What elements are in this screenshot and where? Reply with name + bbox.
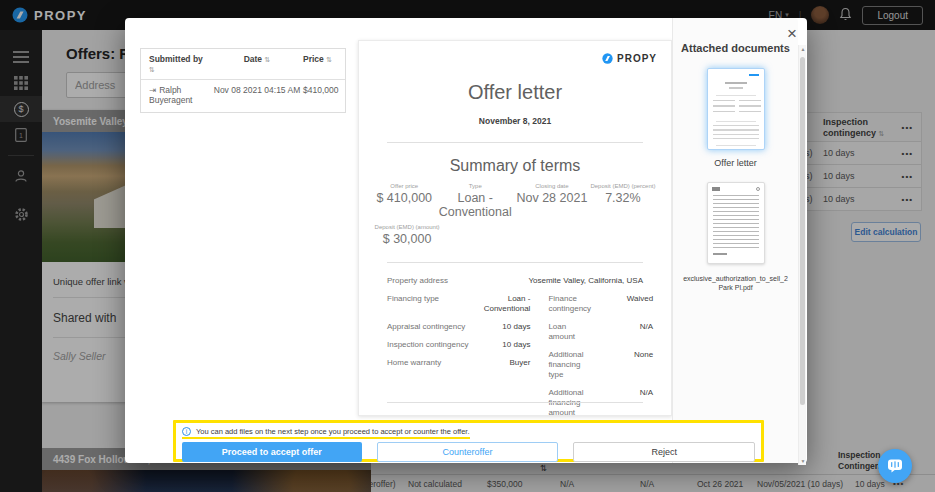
summary-label: Deposit (EMD) (amount) (373, 224, 441, 230)
thumb-divider (716, 145, 756, 146)
action-buttons: Proceed to accept offer Counteroffer Rej… (182, 442, 755, 462)
chat-icon (887, 458, 903, 474)
summary-label: Type (435, 183, 515, 189)
info-row: i You can add files on the next step onc… (182, 425, 755, 437)
scroll-up-icon[interactable]: ▲ (799, 46, 807, 52)
attached-doc-thumbnail-offer-letter[interactable] (707, 68, 765, 150)
detail-value: Loan - Conventional (474, 294, 530, 314)
attached-doc-label: Offer letter (673, 158, 798, 168)
price-cell: $410,000 (303, 85, 339, 105)
sort-icon: ⇅ (264, 56, 270, 63)
submitted-by-icon: ⇥ (149, 85, 156, 95)
doc-title: Offer letter (359, 81, 671, 104)
sort-icon: ⇅ (149, 66, 155, 73)
thumb-line (729, 87, 743, 89)
detail-value: 10 days (474, 322, 530, 332)
doc-divider (387, 402, 643, 403)
submitted-offers-table: Submitted by ⇅ Date ⇅ Price ⇅ ⇥Ralph Buy… (140, 48, 346, 113)
summary-value: $ 410,000 (373, 191, 435, 205)
reject-button[interactable]: Reject (573, 442, 755, 462)
detail-label: Additional financing amount (548, 388, 591, 418)
summary-label: Deposit (EMD) (percent) (589, 183, 657, 189)
detail-label: Inspection contingency (387, 340, 468, 350)
detail-label: Property address (387, 276, 448, 285)
summary-label: Offer price (373, 183, 435, 189)
thumb-lines (713, 125, 759, 142)
offer-review-modal: × Submitted by ⇅ Date ⇅ Price ⇅ ⇥Ralph B… (125, 18, 807, 463)
close-icon[interactable]: × (787, 24, 797, 44)
info-icon: i (182, 427, 191, 436)
offer-letter-document: PROPY Offer letter November 8, 2021 Summ… (358, 40, 672, 416)
detail-value: Waived (597, 294, 653, 314)
propy-logo-icon (602, 53, 613, 64)
doc-date: November 8, 2021 (359, 116, 671, 126)
table-header-row: Submitted by ⇅ Date ⇅ Price ⇅ (141, 49, 345, 80)
offer-action-bar: i You can add files on the next step onc… (173, 420, 764, 462)
detail-value: 10 days (474, 340, 530, 350)
detail-label: Loan amount (548, 322, 591, 342)
doc-brand-name: PROPY (617, 53, 657, 64)
table-row[interactable]: ⇥Ralph Buyeragent Nov 08 2021 04:15 AM $… (141, 80, 345, 112)
summary-row-2: Deposit (EMD) (amount)$ 30,000 (359, 224, 671, 246)
summary-label: Closing date (515, 183, 589, 189)
doc-divider (387, 142, 643, 143)
doc-divider (387, 262, 643, 263)
thumb-logo (749, 74, 759, 76)
modal-scrollbar[interactable]: ▲ ▼ (798, 45, 806, 465)
thumb-lines (739, 100, 761, 116)
thumb-lines (713, 100, 735, 116)
chat-messenger-button[interactable] (878, 449, 912, 483)
detail-label: Finance contingency (548, 294, 591, 314)
counteroffer-button[interactable]: Counteroffer (377, 442, 559, 462)
thumb-divider (716, 121, 756, 122)
proceed-to-accept-offer-button[interactable]: Proceed to accept offer (182, 442, 362, 462)
attached-documents-title: Attached documents (673, 42, 798, 54)
column-price[interactable]: Price ⇅ (303, 54, 339, 74)
sort-icon: ⇅ (326, 56, 332, 63)
thumb-lines (713, 195, 759, 251)
column-date[interactable]: Date ⇅ (211, 54, 303, 74)
attached-doc-label: exclusive_authorization_to_sell_2 Park P… (676, 274, 795, 293)
detail-label: Financing type (387, 294, 468, 314)
attached-documents-panel: Attached documents Offer letter exclusiv… (672, 18, 798, 463)
thumb-divider (716, 95, 756, 96)
detail-value: N/A (597, 322, 653, 342)
detail-label: Additional financing type (548, 350, 591, 380)
date-cell: Nov 08 2021 04:15 AM (211, 85, 303, 105)
summary-value: Nov 28 2021 (515, 191, 589, 205)
detail-value: Yosemite Valley, California, USA (528, 276, 643, 285)
scrollbar-thumb[interactable] (800, 57, 805, 405)
detail-value: None (597, 350, 653, 380)
thumb-signature-line (713, 253, 727, 255)
summary-value: $ 30,000 (373, 232, 441, 246)
detail-value: Buyer (474, 358, 530, 368)
summary-value: 7.32% (589, 191, 657, 205)
detail-label: Appraisal contingency (387, 322, 468, 332)
thumb-gear-icon (756, 187, 760, 191)
attached-doc-thumbnail-authorization[interactable] (707, 182, 765, 264)
detail-value: N/A (597, 388, 653, 418)
detail-label: Home warranty (387, 358, 468, 368)
thumb-line (725, 82, 747, 84)
highlight-underline (182, 437, 470, 439)
doc-propy-logo: PROPY (602, 53, 657, 64)
summary-row: Offer price$ 410,000 TypeLoan - Conventi… (359, 183, 671, 220)
thumb-logo (712, 187, 720, 191)
scroll-down-icon[interactable]: ▼ (799, 458, 807, 464)
column-submitted-by[interactable]: Submitted by ⇅ (141, 54, 211, 74)
info-message: You can add files on the next step once … (196, 427, 470, 436)
summary-value: Loan - Conventional (435, 191, 515, 220)
summary-title: Summary of terms (359, 157, 671, 175)
